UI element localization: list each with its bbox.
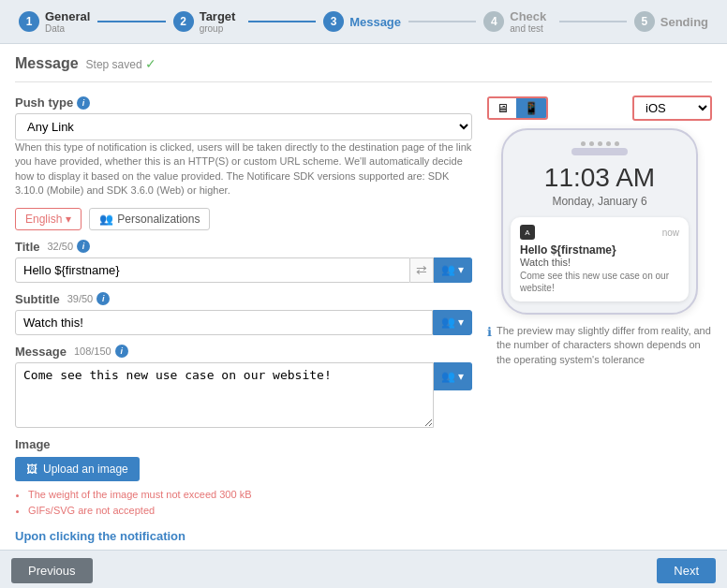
upon-section: Upon clicking the notification URL or de… xyxy=(15,529,472,550)
push-type-select[interactable]: Any Link Deep Link URL xyxy=(15,113,472,140)
subtitle-label: Subtitle 39/50 i xyxy=(15,292,472,306)
lang-row: English ▾ 👥 Personalizations xyxy=(15,208,472,230)
info-icon: ℹ xyxy=(487,324,492,341)
title-info-icon: i xyxy=(77,240,90,253)
step-5-title: Sending xyxy=(660,15,708,29)
step-message: 3 Message xyxy=(323,11,401,32)
stepper: 1 General Data 2 Target group 3 Message … xyxy=(0,0,727,44)
notif-title: Hello ${firstname} xyxy=(520,243,679,257)
step-1-title: General xyxy=(45,9,90,23)
notif-body: Come see this new use case on our websit… xyxy=(520,270,679,294)
previous-button[interactable]: Previous xyxy=(11,558,93,583)
os-select[interactable]: iOS Android xyxy=(632,96,712,121)
notif-subtitle: Watch this! xyxy=(520,257,679,268)
step-line-4-5 xyxy=(559,21,627,22)
push-type-info-icon: i xyxy=(77,96,90,110)
push-type-label: Push type i xyxy=(15,96,472,110)
upload-image-button[interactable]: 🖼 Upload an image xyxy=(15,457,140,481)
step-4-title: Check xyxy=(510,9,546,23)
notif-app: A xyxy=(520,225,535,240)
message-textarea-wrap: Come see this new use case on our websit… xyxy=(15,362,472,428)
title-field-row: Title 32/50 i ⇄ 👥 ▾ xyxy=(15,240,472,283)
main-content: Message Step saved ✓ Push type i Any Lin… xyxy=(0,44,727,550)
image-section: Image 🖼 Upload an image The weight of th… xyxy=(15,437,472,520)
chevron-down-icon: ▾ xyxy=(458,316,464,329)
step-3-title: Message xyxy=(349,15,401,29)
bottom-bar: Previous Next xyxy=(0,550,727,588)
step-2-title: Target xyxy=(200,9,236,23)
step-saved-label: Step saved ✓ xyxy=(86,56,156,71)
phone-time: 11:03 AM xyxy=(511,163,689,193)
image-note-1: The weight of the image must not exceed … xyxy=(28,487,472,504)
message-textarea[interactable]: Come see this new use case on our websit… xyxy=(15,362,434,428)
url-label: URL or deeplink xyxy=(15,549,472,550)
step-4-sub: and test xyxy=(510,23,546,34)
step-1-text: General Data xyxy=(45,9,90,34)
subtitle-field-row: Subtitle 39/50 i 👥 ▾ xyxy=(15,292,472,335)
step-check: 4 Check and test xyxy=(483,9,551,34)
title-icon-divider: ⇄ xyxy=(410,257,434,283)
step-sending: 5 Sending xyxy=(634,11,708,32)
phone-mockup: 11:03 AM Monday, January 6 A now Hello $… xyxy=(501,128,698,315)
step-3-circle: 3 xyxy=(323,11,344,32)
message-label: Message 108/150 i xyxy=(15,345,472,359)
device-toggle: 🖥 📱 xyxy=(487,96,548,120)
image-icon: 🖼 xyxy=(26,463,37,476)
person-icon: 👥 xyxy=(99,213,113,226)
step-line-1-2 xyxy=(97,21,165,22)
subtitle-input[interactable] xyxy=(15,310,433,335)
step-2-circle: 2 xyxy=(173,11,194,32)
step-1-circle: 1 xyxy=(19,11,39,32)
content-row: Push type i Any Link Deep Link URL When … xyxy=(15,96,712,550)
desktop-button[interactable]: 🖥 xyxy=(489,98,516,118)
step-1-sub: Data xyxy=(45,23,90,34)
phone-notch xyxy=(571,148,628,155)
next-button[interactable]: Next xyxy=(657,558,716,583)
page-header: Message Step saved ✓ xyxy=(15,55,712,82)
title-personalization-button[interactable]: 👥 ▾ xyxy=(434,257,472,283)
device-controls: 🖥 📱 iOS Android xyxy=(487,96,712,121)
subtitle-personalization-button[interactable]: 👥 ▾ xyxy=(433,310,472,335)
chevron-down-icon: ▾ xyxy=(66,213,71,226)
notif-header: A now xyxy=(520,225,679,240)
phone-date: Monday, January 6 xyxy=(511,195,689,208)
notif-time: now xyxy=(662,228,679,238)
step-2-text: Target group xyxy=(200,9,236,34)
step-line-3-4 xyxy=(408,21,476,22)
notification-card: A now Hello ${firstname} Watch this! Com… xyxy=(511,217,689,301)
message-field-row: Message 108/150 i Come see this new use … xyxy=(15,345,472,428)
preview-note: ℹ The preview may slightly differ from r… xyxy=(487,324,712,367)
phone-dots xyxy=(511,141,689,146)
check-icon: ✓ xyxy=(145,56,156,71)
step-2-sub: group xyxy=(200,23,236,34)
push-type-row: Push type i Any Link Deep Link URL When … xyxy=(15,96,472,198)
page-title: Message xyxy=(15,55,79,72)
step-target: 2 Target group xyxy=(173,9,241,34)
left-panel: Push type i Any Link Deep Link URL When … xyxy=(15,96,472,550)
step-4-circle: 4 xyxy=(483,11,504,32)
step-4-text: Check and test xyxy=(510,9,546,34)
upon-title: Upon clicking the notification xyxy=(15,529,472,543)
person-icon: 👥 xyxy=(441,263,455,276)
image-label: Image xyxy=(15,437,472,451)
step-general: 1 General Data xyxy=(19,9,90,34)
person-icon: 👥 xyxy=(441,316,455,329)
right-panel: 🖥 📱 iOS Android 11:03 AM xyxy=(487,96,712,550)
message-info-icon: i xyxy=(115,345,128,358)
step-3-text: Message xyxy=(349,15,401,29)
push-type-description: When this type of notification is clicke… xyxy=(15,140,472,198)
image-note-2: GIFs/SVG are not accepted xyxy=(28,503,472,520)
person-icon: 👥 xyxy=(441,370,455,383)
step-5-text: Sending xyxy=(660,15,708,29)
message-personalization-button[interactable]: 👥 ▾ xyxy=(434,362,472,390)
title-input-wrap: ⇄ 👥 ▾ xyxy=(15,257,472,283)
language-button[interactable]: English ▾ xyxy=(15,208,82,230)
mobile-button[interactable]: 📱 xyxy=(516,98,546,118)
image-notes: The weight of the image must not exceed … xyxy=(15,487,472,520)
title-input[interactable] xyxy=(15,257,410,283)
chevron-down-icon: ▾ xyxy=(458,263,464,276)
notif-app-icon: A xyxy=(520,225,535,240)
subtitle-info-icon: i xyxy=(96,292,110,305)
step-line-2-3 xyxy=(248,21,316,22)
personalizations-button[interactable]: 👥 Personalizations xyxy=(89,208,210,230)
